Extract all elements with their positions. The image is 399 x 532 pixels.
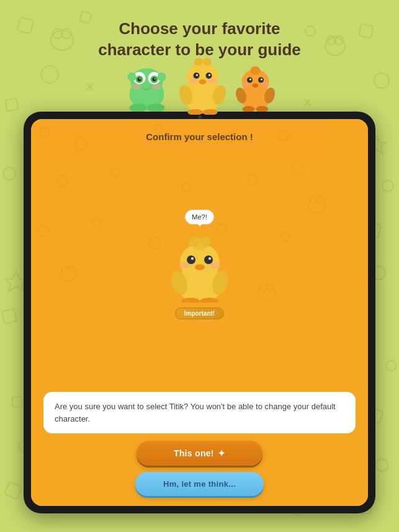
svg-point-54 <box>139 78 140 79</box>
confirm-title: Confirm your selection ! <box>146 131 253 142</box>
yellow-chick-character <box>173 53 232 115</box>
tablet-screen: Confirm your selection ! Me?! <box>31 119 368 506</box>
svg-point-52 <box>137 78 141 81</box>
svg-point-73 <box>207 78 216 83</box>
svg-point-121 <box>187 255 195 264</box>
svg-point-86 <box>242 82 249 87</box>
tablet-content: Confirm your selection ! Me?! <box>31 119 368 506</box>
info-box: Are you sure you want to select Titik? Y… <box>43 392 356 433</box>
svg-point-85 <box>252 84 258 88</box>
svg-point-18 <box>386 361 396 371</box>
svg-point-72 <box>189 78 197 83</box>
svg-point-14 <box>382 180 393 192</box>
svg-rect-10 <box>4 481 22 499</box>
svg-point-87 <box>261 82 268 87</box>
important-badge: Important! <box>175 308 224 319</box>
star-icon: ✦ <box>218 448 225 458</box>
svg-point-55 <box>154 78 155 79</box>
cancel-button[interactable]: Hm, let me think... <box>135 472 264 496</box>
svg-point-12 <box>374 73 389 88</box>
tablet-camera <box>198 115 202 119</box>
svg-rect-6 <box>2 309 17 324</box>
svg-point-56 <box>132 84 141 89</box>
svg-point-20 <box>375 459 388 471</box>
svg-point-127 <box>210 262 221 268</box>
svg-point-125 <box>195 264 205 270</box>
svg-point-83 <box>249 79 251 81</box>
svg-point-84 <box>261 79 262 81</box>
speech-bubble: Me?! <box>185 210 213 224</box>
svg-point-58 <box>127 73 136 81</box>
svg-point-70 <box>208 74 210 76</box>
svg-rect-8 <box>12 397 22 407</box>
svg-rect-2 <box>6 99 19 112</box>
svg-point-53 <box>152 78 156 81</box>
character-area: Me?! <box>166 142 234 387</box>
svg-point-69 <box>196 74 198 76</box>
chick-character-main <box>166 228 234 303</box>
svg-point-124 <box>208 257 211 260</box>
svg-point-122 <box>204 255 213 264</box>
svg-point-123 <box>191 257 194 260</box>
tablet-device: Confirm your selection ! Me?! <box>24 112 375 513</box>
svg-point-126 <box>179 262 190 268</box>
characters-header <box>120 53 279 112</box>
svg-point-71 <box>199 79 206 84</box>
svg-point-59 <box>157 73 166 81</box>
svg-point-57 <box>152 84 161 89</box>
svg-point-3 <box>3 167 16 180</box>
svg-point-1 <box>41 66 58 83</box>
frog-character <box>120 56 173 112</box>
svg-point-80 <box>250 66 260 75</box>
confirm-button[interactable]: This one! ✦ <box>137 441 262 466</box>
orange-chick-character <box>232 62 279 112</box>
